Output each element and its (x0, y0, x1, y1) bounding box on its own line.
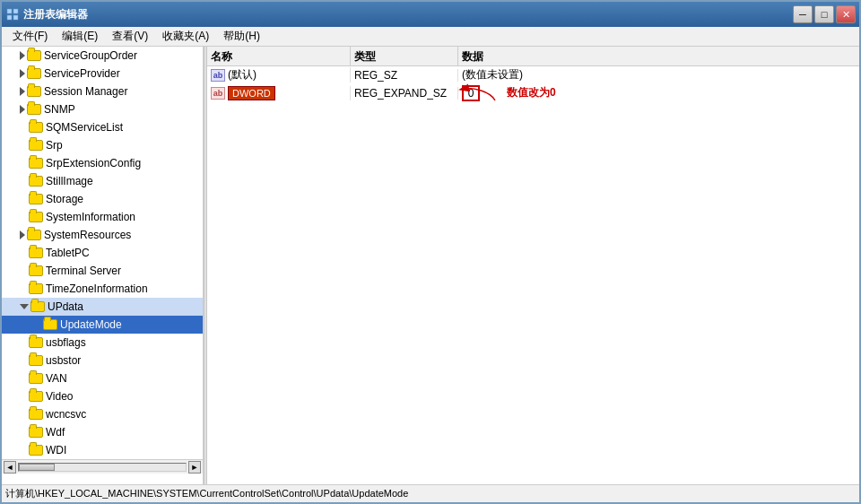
cell-type: REG_SZ (351, 69, 458, 82)
table-body: ab (默认) REG_SZ (数值未设置) ab DWORD REG_EXPA… (207, 66, 859, 484)
tree-item-SessionManager[interactable]: Session Manager (2, 83, 203, 100)
tree-item-UpdateMode[interactable]: UpdateMode (2, 316, 203, 334)
folder-icon (29, 409, 43, 420)
cell-data-dword: 0 (458, 85, 859, 101)
expand-icon (20, 51, 25, 60)
folder-icon (27, 86, 41, 97)
tree-item-VAN[interactable]: VAN (2, 369, 203, 387)
folder-icon (27, 68, 41, 79)
folder-icon (29, 445, 43, 456)
tree-item-TimeZoneInformation[interactable]: TimeZoneInformation (2, 280, 203, 298)
tree-item-label: Storage (46, 193, 203, 205)
folder-icon (29, 248, 43, 258)
window: 注册表编辑器 ─ □ ✕ 文件(F) 编辑(E) 查看(V) 收藏夹(A) 帮助… (0, 0, 861, 504)
menu-help[interactable]: 帮助(H) (216, 27, 267, 46)
folder-icon (29, 194, 43, 204)
tree-item-label: UPdata (48, 300, 203, 313)
hscroll-track[interactable] (18, 463, 187, 472)
tree-item-label: TimeZoneInformation (46, 282, 203, 295)
folder-icon (29, 140, 43, 151)
tree-item-wcncsvc[interactable]: wcncsvc (2, 405, 203, 423)
cell-data: (数值未设置) (458, 67, 859, 83)
tree-item-WDI[interactable]: WDI (2, 441, 203, 459)
cell-type-dword: REG_EXPAND_SZ (351, 87, 458, 100)
close-button[interactable]: ✕ (836, 5, 856, 23)
tree-item-TerminalServer[interactable]: Terminal Server (2, 262, 203, 280)
tree-item-TabletPC[interactable]: TabletPC (2, 244, 203, 262)
tree-item-SystemInformation[interactable]: SystemInformation (2, 208, 203, 226)
cell-name-dword: ab DWORD (207, 86, 351, 100)
annotation-text: 数值改为0 (507, 85, 556, 100)
tree-item-label: Wdf (46, 426, 203, 439)
right-panel: 名称 类型 数据 ab (默认) REG_SZ (数值未设置) (207, 47, 859, 484)
tree-item-usbflags[interactable]: usbflags (2, 334, 203, 352)
folder-icon (30, 301, 45, 312)
column-data-header: 数据 (458, 47, 859, 65)
tree-panel: ServiceGroupOrder ServiceProvider Sessio… (2, 47, 204, 484)
tree-item-UPdata[interactable]: UPdata (2, 298, 203, 316)
svg-rect-2 (7, 15, 12, 20)
tree-item-Srp[interactable]: Srp (2, 136, 203, 154)
status-bar: 计算机\HKEY_LOCAL_MACHINE\SYSTEM\CurrentCon… (2, 484, 859, 502)
reg-type-icon: ab (211, 69, 225, 82)
folder-icon (29, 176, 43, 187)
tree-item-label: TabletPC (46, 247, 203, 259)
tree-item-label: usbstor (46, 354, 203, 367)
tree-item-label: Session Manager (44, 85, 203, 98)
tree-item-label: WDI (46, 444, 203, 456)
hscroll-right-button[interactable]: ► (188, 461, 201, 474)
tree-item-SrpExtensionConfig[interactable]: SrpExtensionConfig (2, 154, 203, 172)
menu-file[interactable]: 文件(F) (5, 27, 55, 46)
annotation-arrow (455, 78, 500, 105)
folder-icon (29, 122, 43, 133)
tree-item-label: SrpExtensionConfig (46, 157, 203, 169)
tree-item-label: Srp (46, 139, 203, 152)
dword-label: DWORD (228, 86, 275, 100)
tree-item-ServiceGroupOrder[interactable]: ServiceGroupOrder (2, 47, 203, 65)
tree-item-Wdf[interactable]: Wdf (2, 423, 203, 441)
expand-icon (20, 304, 29, 309)
tree-item-Storage[interactable]: Storage (2, 190, 203, 208)
cell-name: ab (默认) (207, 67, 351, 83)
tree-item-usbstor[interactable]: usbstor (2, 352, 203, 369)
menu-view[interactable]: 查看(V) (105, 27, 155, 46)
tree-item-SystemResources[interactable]: SystemResources (2, 226, 203, 244)
folder-icon (29, 158, 43, 169)
tree-item-label: SQMServiceList (46, 121, 203, 134)
table-row-dword[interactable]: ab DWORD REG_EXPAND_SZ 0 (207, 84, 859, 102)
status-path: 计算机\HKEY_LOCAL_MACHINE\SYSTEM\CurrentCon… (5, 487, 408, 500)
tree-item-StillImage[interactable]: StillImage (2, 172, 203, 190)
cell-name-value: (默认) (228, 67, 257, 83)
table-row[interactable]: ab (默认) REG_SZ (数值未设置) (207, 66, 859, 84)
svg-rect-3 (13, 15, 18, 20)
hscroll-left-button[interactable]: ◄ (4, 461, 16, 474)
menu-edit[interactable]: 编辑(E) (55, 27, 105, 46)
tree-item-label: ServiceGroupOrder (44, 49, 203, 62)
tree-item-Video[interactable]: Video (2, 387, 203, 405)
tree-item-label: VAN (46, 372, 203, 385)
expand-icon (20, 87, 25, 96)
hscroll-thumb[interactable] (19, 464, 55, 471)
minimize-button[interactable]: ─ (793, 5, 813, 23)
reg-type-icon-red: ab (211, 87, 225, 100)
annotation-group: 数值改为0 (498, 85, 556, 100)
tree-hscrollbar[interactable]: ◄ ► (2, 459, 203, 474)
folder-icon (29, 373, 43, 384)
folder-icon (29, 427, 43, 438)
svg-rect-0 (7, 9, 12, 13)
maximize-button[interactable]: □ (814, 5, 834, 23)
folder-icon (27, 104, 41, 115)
svg-rect-1 (13, 9, 18, 13)
tree-item-SQMServiceList[interactable]: SQMServiceList (2, 118, 203, 136)
tree-item-label: UpdateMode (60, 318, 203, 331)
folder-icon (43, 319, 57, 330)
tree-list[interactable]: ServiceGroupOrder ServiceProvider Sessio… (2, 47, 203, 459)
folder-icon (29, 212, 43, 222)
folder-icon (29, 391, 43, 402)
expand-icon (20, 69, 25, 78)
tree-item-label: SystemResources (44, 229, 203, 241)
tree-item-SNMP[interactable]: SNMP (2, 100, 203, 118)
expand-icon (20, 230, 25, 239)
menu-favorites[interactable]: 收藏夹(A) (155, 27, 216, 46)
tree-item-ServiceProvider[interactable]: ServiceProvider (2, 65, 203, 83)
